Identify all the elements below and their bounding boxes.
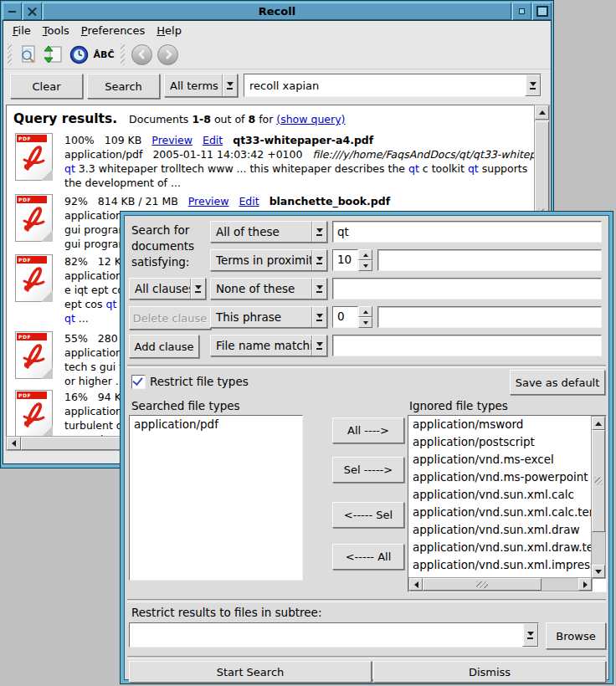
- clause-conjunction-combo[interactable]: All clauses: [129, 278, 206, 299]
- spin-down-button[interactable]: [358, 317, 372, 328]
- window-menu-icon: [8, 11, 16, 13]
- clause2-arrow[interactable]: [311, 250, 326, 270]
- query-input-combo[interactable]: recoll xapian: [244, 74, 542, 97]
- clause1-arrow[interactable]: [311, 222, 326, 242]
- ignored-horizontal-scrollbar[interactable]: [408, 577, 593, 591]
- menu-tools[interactable]: Tools: [37, 23, 75, 38]
- search-button[interactable]: Search: [87, 74, 160, 99]
- clause2-input[interactable]: [377, 249, 602, 271]
- subtree-combo[interactable]: [129, 622, 539, 648]
- forward-button[interactable]: [157, 44, 178, 65]
- query-input-value[interactable]: recoll xapian: [249, 79, 525, 92]
- result-meta: application/pdf 2005-01-11 14:03:42 +010…: [64, 147, 535, 161]
- show-query-link[interactable]: (show query): [276, 113, 345, 125]
- scroll-left-button[interactable]: [409, 578, 423, 591]
- query-history-arrow[interactable]: [525, 74, 541, 96]
- slack-value[interactable]: 10: [332, 249, 358, 271]
- maximize-button[interactable]: [532, 3, 552, 20]
- ignored-list-viewport: application/msword application/postscrip…: [408, 416, 593, 579]
- edit-link[interactable]: Edit: [239, 195, 259, 207]
- list-item[interactable]: application/postscript: [408, 433, 593, 451]
- scroll-up-button[interactable]: [535, 105, 549, 120]
- history-button[interactable]: [67, 43, 90, 66]
- page-fold: [41, 230, 53, 242]
- result-row[interactable]: PDF 100% 109 KB Preview Edit: [15, 133, 535, 190]
- save-as-default-button[interactable]: Save as default: [510, 370, 605, 395]
- move-all-right-button[interactable]: All ---->: [332, 417, 404, 443]
- search-mode-combo[interactable]: All terms: [164, 74, 238, 97]
- clause5-arrow[interactable]: [311, 335, 326, 356]
- close-button[interactable]: [23, 3, 42, 20]
- update-index-button[interactable]: [42, 43, 65, 66]
- clause3-arrow[interactable]: [311, 279, 326, 299]
- results-header: Query results. Documents 1-8 out of 8 fo…: [7, 105, 534, 126]
- preview-link[interactable]: Preview: [188, 195, 229, 207]
- clear-button[interactable]: Clear: [10, 74, 83, 99]
- preview-link[interactable]: Preview: [151, 134, 192, 146]
- searched-filetypes-list[interactable]: application/pdf: [129, 415, 303, 581]
- result-text: 100% 109 KB Preview Edit qt33-whitepaper…: [64, 133, 535, 190]
- query-details-button[interactable]: [17, 43, 40, 66]
- clause4-type-combo[interactable]: This phrase: [210, 306, 327, 328]
- scrollbar-thumb[interactable]: [423, 578, 542, 591]
- list-item[interactable]: application/vnd.ms-powerpoint: [408, 468, 593, 486]
- spin-up-button[interactable]: [358, 306, 372, 317]
- combo-dash: [316, 348, 322, 350]
- clause4-slack-spinbox[interactable]: 0: [332, 306, 372, 328]
- list-item[interactable]: application/vnd.sun.xml.calc: [408, 486, 593, 504]
- conjunction-arrow[interactable]: [190, 279, 205, 299]
- menu-preferences[interactable]: Preferences: [75, 23, 151, 38]
- back-button[interactable]: [131, 44, 152, 65]
- scrollbar-thumb[interactable]: [592, 430, 605, 532]
- scroll-right-button[interactable]: [578, 578, 592, 591]
- scroll-left-button[interactable]: [7, 437, 21, 450]
- list-item[interactable]: application/vnd.sun.xml.draw: [408, 521, 593, 539]
- menu-help[interactable]: Help: [151, 23, 187, 38]
- slack-value[interactable]: 0: [332, 306, 358, 328]
- clause2-slack-spinbox[interactable]: 10: [332, 249, 372, 271]
- list-item[interactable]: application/pdf: [130, 416, 302, 433]
- arrow-left-icon: [414, 581, 418, 588]
- dismiss-button[interactable]: Dismiss: [373, 661, 606, 683]
- clause5-input[interactable]: [332, 335, 602, 356]
- list-item[interactable]: application/vnd.sun.xml.draw.temp: [408, 539, 593, 556]
- clause3-input[interactable]: [332, 278, 602, 299]
- start-search-button[interactable]: Start Search: [129, 661, 372, 683]
- window-title: Recoll: [43, 3, 511, 20]
- toolbar-handle[interactable]: [8, 44, 12, 65]
- list-item[interactable]: application/vnd.ms-excel: [408, 451, 593, 468]
- back-arrow-icon: [137, 49, 147, 59]
- list-item[interactable]: application/msword: [408, 416, 593, 433]
- clause4-input[interactable]: [377, 306, 602, 328]
- clause4-arrow[interactable]: [311, 307, 326, 327]
- browse-button[interactable]: Browse: [546, 622, 606, 649]
- list-item[interactable]: application/vnd.sun.xml.impress: [408, 556, 593, 574]
- move-selected-right-button[interactable]: Sel ----->: [332, 457, 404, 483]
- scroll-up-button[interactable]: [592, 417, 605, 430]
- search-mode-arrow[interactable]: [222, 74, 237, 96]
- window-menu-button[interactable]: [3, 3, 22, 20]
- clause1-type-combo[interactable]: All of these: [210, 221, 327, 243]
- clause2-type-combo[interactable]: Terms in proximity: [210, 249, 327, 271]
- menu-file[interactable]: File: [7, 23, 37, 38]
- move-selected-left-button[interactable]: <----- Sel: [332, 502, 404, 528]
- spin-down-button[interactable]: [358, 260, 372, 271]
- file-name: qt33-whitepaper-a4.pdf: [233, 134, 373, 146]
- ignored-filetypes-list[interactable]: application/msword application/postscrip…: [408, 415, 607, 592]
- list-item[interactable]: application/vnd.sun.xml.calc.templ: [408, 504, 593, 521]
- add-clause-button[interactable]: Add clause: [129, 335, 199, 358]
- restrict-filetypes-checkbox[interactable]: [131, 375, 146, 389]
- clause1-input[interactable]: qt: [332, 221, 602, 243]
- edit-link[interactable]: Edit: [203, 134, 223, 146]
- title-bar[interactable]: Recoll: [3, 3, 552, 20]
- clause3-type-combo[interactable]: None of these: [210, 278, 327, 299]
- minimize-button[interactable]: [512, 3, 531, 20]
- term-explorer-button[interactable]: ÅBĈ: [92, 43, 116, 66]
- delete-clause-button[interactable]: Delete clause: [129, 306, 211, 330]
- move-all-left-button[interactable]: <----- All: [332, 544, 404, 570]
- ignored-vertical-scrollbar[interactable]: [591, 416, 606, 579]
- clause5-type-combo[interactable]: File name matching: [210, 335, 327, 356]
- scroll-down-button[interactable]: [592, 565, 605, 578]
- spin-up-button[interactable]: [358, 249, 372, 260]
- subtree-arrow[interactable]: [522, 623, 538, 647]
